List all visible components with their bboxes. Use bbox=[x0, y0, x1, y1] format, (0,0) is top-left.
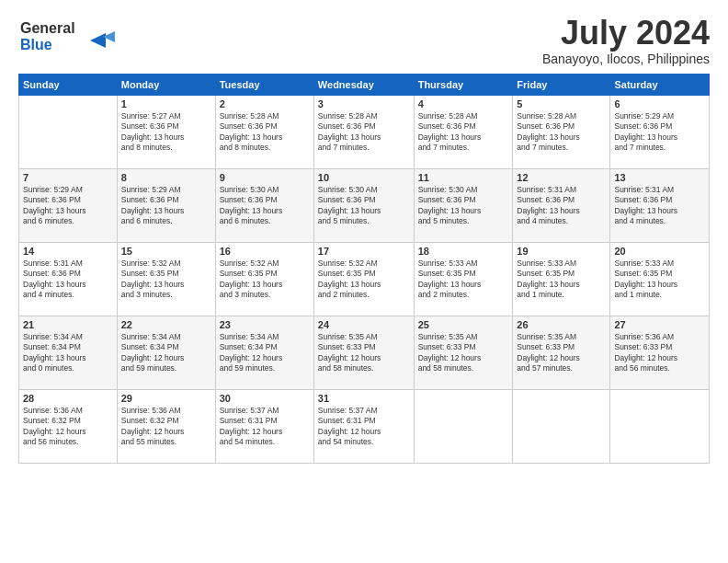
day-number: 2 bbox=[220, 98, 310, 109]
header-sunday: Sunday bbox=[19, 74, 118, 95]
week-row-3: 14Sunrise: 5:31 AMSunset: 6:36 PMDayligh… bbox=[19, 242, 710, 316]
table-cell: 31Sunrise: 5:37 AMSunset: 6:31 PMDayligh… bbox=[313, 389, 414, 463]
table-cell: 18Sunrise: 5:33 AMSunset: 6:35 PMDayligh… bbox=[414, 242, 513, 316]
table-cell: 6Sunrise: 5:29 AMSunset: 6:36 PMDaylight… bbox=[610, 95, 710, 168]
day-info: Sunrise: 5:28 AMSunset: 6:36 PMDaylight:… bbox=[220, 111, 310, 154]
day-info: Sunrise: 5:31 AMSunset: 6:36 PMDaylight:… bbox=[517, 185, 606, 227]
weekday-header-row: Sunday Monday Tuesday Wednesday Thursday… bbox=[19, 74, 710, 95]
day-info: Sunrise: 5:30 AMSunset: 6:36 PMDaylight:… bbox=[418, 185, 509, 227]
day-number: 7 bbox=[23, 172, 113, 183]
day-number: 17 bbox=[318, 246, 410, 257]
table-cell: 28Sunrise: 5:36 AMSunset: 6:32 PMDayligh… bbox=[19, 389, 118, 463]
day-number: 18 bbox=[418, 246, 509, 257]
title-area: July 2024 Banayoyo, Ilocos, Philippines bbox=[542, 15, 710, 66]
day-number: 9 bbox=[220, 172, 310, 183]
table-cell: 11Sunrise: 5:30 AMSunset: 6:36 PMDayligh… bbox=[414, 168, 513, 242]
day-info: Sunrise: 5:33 AMSunset: 6:35 PMDaylight:… bbox=[418, 259, 509, 301]
table-cell bbox=[19, 95, 118, 168]
day-number: 1 bbox=[121, 98, 211, 109]
table-cell: 7Sunrise: 5:29 AMSunset: 6:36 PMDaylight… bbox=[19, 168, 118, 242]
day-info: Sunrise: 5:28 AMSunset: 6:36 PMDaylight:… bbox=[418, 111, 509, 154]
day-info: Sunrise: 5:31 AMSunset: 6:36 PMDaylight:… bbox=[614, 185, 705, 227]
table-cell bbox=[414, 389, 513, 463]
table-cell: 4Sunrise: 5:28 AMSunset: 6:36 PMDaylight… bbox=[414, 95, 513, 168]
header-thursday: Thursday bbox=[414, 74, 513, 95]
day-number: 24 bbox=[318, 319, 410, 330]
week-row-5: 28Sunrise: 5:36 AMSunset: 6:32 PMDayligh… bbox=[19, 389, 710, 463]
table-cell: 1Sunrise: 5:27 AMSunset: 6:36 PMDaylight… bbox=[117, 95, 215, 168]
day-number: 23 bbox=[220, 319, 310, 330]
table-cell: 23Sunrise: 5:34 AMSunset: 6:34 PMDayligh… bbox=[215, 316, 313, 389]
table-cell: 21Sunrise: 5:34 AMSunset: 6:34 PMDayligh… bbox=[19, 316, 118, 389]
day-number: 25 bbox=[418, 319, 509, 330]
header-monday: Monday bbox=[117, 74, 215, 95]
week-row-1: 1Sunrise: 5:27 AMSunset: 6:36 PMDaylight… bbox=[19, 95, 710, 168]
table-cell: 13Sunrise: 5:31 AMSunset: 6:36 PMDayligh… bbox=[610, 168, 710, 242]
table-cell: 14Sunrise: 5:31 AMSunset: 6:36 PMDayligh… bbox=[19, 242, 118, 316]
day-number: 29 bbox=[121, 393, 211, 404]
header-wednesday: Wednesday bbox=[313, 74, 414, 95]
day-info: Sunrise: 5:29 AMSunset: 6:36 PMDaylight:… bbox=[121, 185, 211, 227]
day-number: 31 bbox=[318, 393, 410, 404]
table-cell: 2Sunrise: 5:28 AMSunset: 6:36 PMDaylight… bbox=[215, 95, 313, 168]
day-info: Sunrise: 5:31 AMSunset: 6:36 PMDaylight:… bbox=[23, 259, 113, 301]
day-number: 22 bbox=[121, 319, 211, 330]
day-number: 6 bbox=[614, 98, 705, 109]
table-cell: 24Sunrise: 5:35 AMSunset: 6:33 PMDayligh… bbox=[313, 316, 414, 389]
table-cell: 26Sunrise: 5:35 AMSunset: 6:33 PMDayligh… bbox=[513, 316, 610, 389]
day-number: 20 bbox=[614, 246, 705, 257]
logo: General Blue bbox=[18, 15, 119, 60]
svg-marker-2 bbox=[90, 33, 106, 48]
day-number: 30 bbox=[220, 393, 310, 404]
day-info: Sunrise: 5:35 AMSunset: 6:33 PMDaylight:… bbox=[318, 332, 410, 374]
calendar-table: Sunday Monday Tuesday Wednesday Thursday… bbox=[18, 74, 710, 464]
table-cell: 15Sunrise: 5:32 AMSunset: 6:35 PMDayligh… bbox=[117, 242, 215, 316]
svg-text:General: General bbox=[20, 20, 75, 36]
day-info: Sunrise: 5:36 AMSunset: 6:32 PMDaylight:… bbox=[121, 406, 211, 448]
table-cell: 27Sunrise: 5:36 AMSunset: 6:33 PMDayligh… bbox=[610, 316, 710, 389]
table-cell: 25Sunrise: 5:35 AMSunset: 6:33 PMDayligh… bbox=[414, 316, 513, 389]
table-cell: 16Sunrise: 5:32 AMSunset: 6:35 PMDayligh… bbox=[215, 242, 313, 316]
location: Banayoyo, Ilocos, Philippines bbox=[542, 52, 710, 66]
day-number: 4 bbox=[418, 98, 509, 109]
table-cell: 22Sunrise: 5:34 AMSunset: 6:34 PMDayligh… bbox=[117, 316, 215, 389]
day-info: Sunrise: 5:32 AMSunset: 6:35 PMDaylight:… bbox=[318, 259, 410, 301]
header: General Blue July 2024 Banayoyo, Ilocos,… bbox=[18, 15, 710, 66]
day-number: 28 bbox=[23, 393, 113, 404]
day-info: Sunrise: 5:35 AMSunset: 6:33 PMDaylight:… bbox=[418, 332, 509, 374]
day-number: 11 bbox=[418, 172, 509, 183]
table-cell: 9Sunrise: 5:30 AMSunset: 6:36 PMDaylight… bbox=[215, 168, 313, 242]
day-info: Sunrise: 5:29 AMSunset: 6:36 PMDaylight:… bbox=[614, 111, 705, 154]
day-info: Sunrise: 5:35 AMSunset: 6:33 PMDaylight:… bbox=[517, 332, 606, 374]
day-number: 5 bbox=[517, 98, 606, 109]
day-info: Sunrise: 5:37 AMSunset: 6:31 PMDaylight:… bbox=[318, 406, 410, 448]
day-info: Sunrise: 5:28 AMSunset: 6:36 PMDaylight:… bbox=[318, 111, 410, 154]
day-number: 27 bbox=[614, 319, 705, 330]
table-cell bbox=[513, 389, 610, 463]
day-number: 14 bbox=[23, 246, 113, 257]
svg-text:Blue: Blue bbox=[20, 37, 52, 52]
table-cell bbox=[610, 389, 710, 463]
table-cell: 19Sunrise: 5:33 AMSunset: 6:35 PMDayligh… bbox=[513, 242, 610, 316]
week-row-4: 21Sunrise: 5:34 AMSunset: 6:34 PMDayligh… bbox=[19, 316, 710, 389]
day-number: 15 bbox=[121, 246, 211, 257]
day-info: Sunrise: 5:28 AMSunset: 6:36 PMDaylight:… bbox=[517, 111, 606, 154]
day-number: 10 bbox=[318, 172, 410, 183]
header-friday: Friday bbox=[513, 74, 610, 95]
day-info: Sunrise: 5:37 AMSunset: 6:31 PMDaylight:… bbox=[220, 406, 310, 448]
table-cell: 29Sunrise: 5:36 AMSunset: 6:32 PMDayligh… bbox=[117, 389, 215, 463]
header-tuesday: Tuesday bbox=[215, 74, 313, 95]
day-info: Sunrise: 5:27 AMSunset: 6:36 PMDaylight:… bbox=[121, 111, 211, 154]
day-number: 26 bbox=[517, 319, 606, 330]
day-number: 19 bbox=[517, 246, 606, 257]
table-cell: 5Sunrise: 5:28 AMSunset: 6:36 PMDaylight… bbox=[513, 95, 610, 168]
day-number: 12 bbox=[517, 172, 606, 183]
day-number: 3 bbox=[318, 98, 410, 109]
month-title: July 2024 bbox=[542, 15, 710, 52]
table-cell: 20Sunrise: 5:33 AMSunset: 6:35 PMDayligh… bbox=[610, 242, 710, 316]
day-info: Sunrise: 5:29 AMSunset: 6:36 PMDaylight:… bbox=[23, 185, 113, 227]
table-cell: 12Sunrise: 5:31 AMSunset: 6:36 PMDayligh… bbox=[513, 168, 610, 242]
table-cell: 30Sunrise: 5:37 AMSunset: 6:31 PMDayligh… bbox=[215, 389, 313, 463]
day-info: Sunrise: 5:30 AMSunset: 6:36 PMDaylight:… bbox=[220, 185, 310, 227]
logo-text: General Blue bbox=[18, 15, 119, 60]
